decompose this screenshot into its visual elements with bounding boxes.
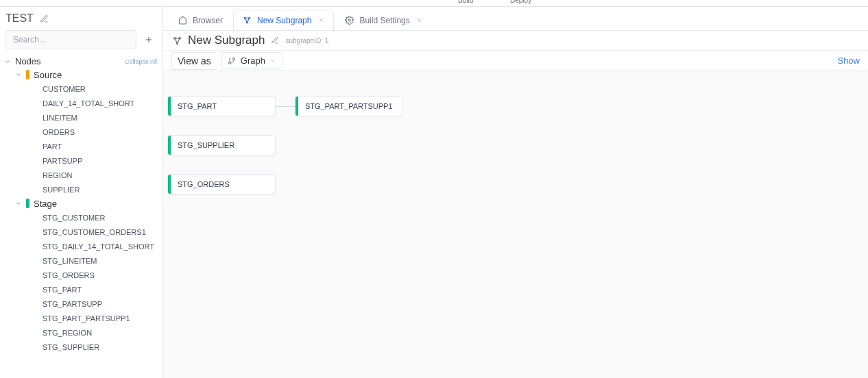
edit-workspace-icon[interactable] [39, 13, 50, 24]
search-input[interactable] [5, 30, 136, 49]
add-button[interactable] [141, 32, 157, 48]
svg-point-2 [244, 17, 245, 18]
chevron-down-icon [269, 58, 276, 64]
node-label: STG_SUPPLIER [171, 136, 241, 155]
tree-item[interactable]: DAILY_14_TOTAL_SHORT [0, 96, 162, 110]
tab-new-subgraph[interactable]: New Subgraph [233, 10, 334, 30]
svg-point-7 [348, 19, 350, 21]
tree-item[interactable]: PARTSUPP [0, 153, 162, 168]
tree-item[interactable]: LINEITEM [0, 110, 162, 125]
tab-subgraph-label: New Subgraph [257, 16, 311, 25]
graph-node[interactable]: STG_PART [167, 96, 276, 116]
tree-item[interactable]: STG_DAILY_14_TOTAL_SHORT [0, 239, 162, 253]
group-label: Source [34, 70, 62, 80]
close-icon[interactable] [317, 16, 325, 25]
svg-point-14 [232, 58, 234, 60]
svg-point-3 [248, 17, 250, 18]
tree-item[interactable]: STG_REGION [0, 325, 162, 340]
home-icon [178, 16, 187, 25]
tab-settings-label: Build Settings [359, 16, 409, 25]
svg-point-15 [228, 62, 230, 64]
tree-item[interactable]: STG_SUPPLIER [0, 340, 162, 354]
tree-item[interactable]: STG_CUSTOMER [0, 210, 162, 225]
subgraph-icon [242, 16, 252, 25]
tree-item[interactable]: STG_PART [0, 282, 162, 297]
tree-item[interactable]: PART [0, 139, 162, 153]
group-color-pill [26, 70, 29, 79]
graph-canvas[interactable]: STG_PARTSTG_PART_PARTSUPP1STG_SUPPLIERST… [163, 71, 868, 378]
graph-edge [276, 106, 295, 107]
viewas-selected: Graph [241, 55, 265, 66]
viewas-select[interactable]: Graph [221, 52, 282, 69]
tree-item[interactable]: STG_ORDERS [0, 268, 162, 282]
group-color-pill [26, 199, 29, 208]
tree-item[interactable]: CUSTOMER [0, 81, 162, 96]
tree-item[interactable]: STG_CUSTOMER_ORDERS1 [0, 225, 162, 239]
workspace-title: TEST [5, 12, 34, 25]
topnav-build[interactable]: Build [458, 0, 473, 4]
tree-item[interactable]: STG_PART_PARTSUPP1 [0, 311, 162, 325]
node-label: STG_PART_PARTSUPP1 [298, 97, 400, 116]
svg-point-12 [176, 42, 178, 45]
viewas-label: View as [171, 52, 217, 70]
svg-point-11 [179, 37, 181, 39]
branch-icon [227, 56, 237, 66]
topnav-deploy[interactable]: Deploy [510, 0, 531, 4]
gear-icon [344, 16, 354, 25]
tree-item[interactable]: STG_PARTSUPP [0, 297, 162, 311]
nodes-label: Nodes [15, 56, 41, 66]
page-title: New Subgraph [188, 34, 265, 47]
tree-item[interactable]: REGION [0, 168, 162, 182]
tree-item[interactable]: SUPPLIER [0, 182, 162, 197]
chevron-down-icon [14, 199, 23, 208]
svg-point-4 [246, 22, 248, 23]
tab-browser-label: Browser [193, 16, 223, 25]
sidebar: TEST Nodes Collapse All SourceCUSTOMERDA… [0, 7, 163, 378]
graph-node[interactable]: STG_ORDERS [167, 174, 276, 194]
close-icon[interactable] [415, 16, 424, 25]
nodes-section-header[interactable]: Nodes Collapse All [0, 55, 162, 68]
tab-browser[interactable]: Browser [169, 10, 232, 30]
tree-item[interactable]: ORDERS [0, 125, 162, 139]
group-label: Stage [34, 199, 57, 209]
node-label: STG_ORDERS [171, 175, 237, 194]
svg-point-10 [173, 37, 176, 39]
group-header-source[interactable]: Source [0, 68, 162, 81]
tab-build-settings[interactable]: Build Settings [335, 10, 432, 30]
graph-node[interactable]: STG_SUPPLIER [167, 135, 276, 155]
subgraph-id-label: subgraphID: 1 [285, 37, 328, 45]
edit-title-icon[interactable] [270, 36, 280, 45]
chevron-down-icon [3, 57, 12, 66]
collapse-all-link[interactable]: Collapse All [125, 58, 157, 65]
show-link[interactable]: Show [837, 55, 860, 66]
tree-item[interactable]: STG_LINEITEM [0, 253, 162, 268]
group-header-stage[interactable]: Stage [0, 197, 162, 210]
subgraph-icon [171, 35, 182, 46]
node-label: STG_PART [171, 97, 224, 116]
graph-node[interactable]: STG_PART_PARTSUPP1 [295, 96, 403, 116]
chevron-down-icon [14, 70, 23, 79]
